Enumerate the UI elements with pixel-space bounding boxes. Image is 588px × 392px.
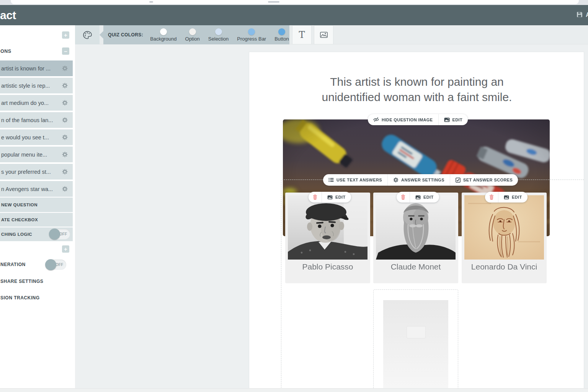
question-settings-icon[interactable] [62,134,68,140]
edit-answer-button[interactable]: EDIT [410,192,439,203]
expand-results-button[interactable]: + [62,245,69,253]
quiz-preview-card: This artist is known for painting an uni… [249,52,584,392]
hide-question-image-button[interactable]: HIDE QUESTION IMAGE [368,114,438,125]
branching-logic-toggle[interactable]: OFF [50,229,70,239]
activate-checkbox-button[interactable]: ATE CHECKBOX [0,213,73,227]
answer-settings-button[interactable]: ANSWER SETTINGS [387,174,450,186]
save-icon[interactable] [577,11,583,18]
quiz-colors-label: QUIZ COLORS: [108,32,143,38]
app-screen: act A + ONS – artist is known for ... ar… [0,0,588,392]
question-item-2[interactable]: artistic style is rep... [0,78,73,93]
delete-answer-button[interactable] [309,192,322,203]
image-tool-button[interactable] [314,25,333,44]
color-swatches: Background Option Selection Progress Bar… [150,28,289,42]
lead-generation-label: NERATION [0,262,26,267]
quiz-colors-panel: QUIZ COLORS: Background Option Selection… [103,25,289,44]
button-color-dot[interactable] [278,28,285,35]
add-answer-placeholder[interactable] [373,289,458,392]
answer-edit-pill-3: EDIT [485,192,528,203]
branching-logic-row[interactable]: CHING LOGIC OFF [0,227,73,241]
trash-icon [313,194,317,200]
question-item-1[interactable]: artist is known for ... [0,60,73,76]
list-icon [328,178,334,182]
answer-edit-pill-2: EDIT [397,192,439,203]
browser-text-fragment [268,1,279,3]
swatch-button[interactable]: Button [274,28,289,42]
question-item-7[interactable]: s your preferred st... [0,164,73,180]
horizontal-scrollbar[interactable] [0,388,588,392]
answer-card-pablo-picasso[interactable]: Pablo Picasso [285,193,370,283]
selection-color-dot[interactable] [215,28,222,35]
edit-answer-button[interactable]: EDIT [498,192,528,203]
use-text-answers-button[interactable]: USE TEXT ANSWERS [323,174,387,186]
design-toolbar: QUIZ COLORS: Background Option Selection… [75,25,588,44]
question-item-4[interactable]: n of the famous lan... [0,112,73,128]
question-item-6[interactable]: popular menu ite... [0,147,73,162]
question-settings-icon[interactable] [62,83,68,88]
image-icon [415,195,421,199]
answers-toolbar-pill: USE TEXT ANSWERS ANSWER SETTINGS SET ANS… [323,174,518,186]
question-title[interactable]: This artist is known for painting an uni… [283,74,551,105]
answer-image-leonardo-da-vinci[interactable] [464,195,544,260]
option-color-dot[interactable] [189,28,196,35]
monet-photo [376,195,456,260]
quiz-canvas: This artist is known for painting an uni… [75,44,588,388]
omnibox-fragment [11,0,579,4]
gear-icon [393,177,399,183]
question-item-8[interactable]: n Avengers star wa... [0,181,73,197]
expand-section-button[interactable]: + [62,31,69,39]
questions-section-header: ONS [0,49,11,54]
answer-image-pablo-picasso[interactable] [288,195,368,260]
answer-label: Pablo Picasso [285,262,370,271]
placeholder-button-fragment [407,326,426,338]
conversion-tracking-link[interactable]: SION TRACKING [0,295,40,301]
question-settings-icon[interactable] [62,152,68,157]
answer-card-claude-monet[interactable]: Claude Monet [373,193,458,283]
answer-label: Leonardo Da Vinci [462,262,547,271]
question-item-3[interactable]: art medium do yo... [0,95,73,111]
background-color-dot[interactable] [160,28,167,35]
question-item-5[interactable]: e would you see t... [0,129,73,145]
placeholder-image-area [383,300,448,392]
answer-image-claude-monet[interactable] [376,195,456,260]
answer-card-leonardo-da-vinci[interactable]: Leonardo Da Vinci [462,193,547,283]
lead-generation-toggle[interactable]: OFF [46,260,66,270]
text-tool-button[interactable]: T [292,25,312,44]
app-header: act A [0,5,588,25]
question-settings-icon[interactable] [62,100,68,106]
image-tool-icon [320,32,328,38]
collapse-questions-button[interactable]: – [62,47,69,55]
eye-off-icon [373,117,379,122]
question-settings-icon[interactable] [62,186,68,192]
trash-icon [489,194,494,200]
edit-answer-button[interactable]: EDIT [322,192,351,203]
da-vinci-sketch [464,195,544,260]
app-logo: act [0,9,16,22]
question-settings-icon[interactable] [62,117,68,123]
answer-label: Claude Monet [373,262,458,271]
checkbox-icon [456,178,461,183]
image-icon [327,195,333,199]
sidebar: + ONS – artist is known for ... artistic… [0,25,75,388]
swatch-background[interactable]: Background [150,28,176,42]
delete-answer-button[interactable] [485,192,498,203]
browser-chrome-strip [0,0,588,5]
question-image-pill: HIDE QUESTION IMAGE EDIT [368,114,468,125]
palette-tool[interactable] [75,25,100,44]
share-settings-link[interactable]: SHARE SETTINGS [0,279,43,284]
question-settings-icon[interactable] [62,65,68,71]
trash-icon [401,194,405,200]
add-new-question-button[interactable]: NEW QUESTION [0,198,73,212]
progress-bar-color-dot[interactable] [248,28,255,35]
palette-icon [83,31,92,39]
delete-answer-button[interactable] [397,192,410,203]
question-settings-icon[interactable] [62,169,68,175]
set-answer-scores-button[interactable]: SET ANSWER SCORES [450,174,518,186]
swatch-option[interactable]: Option [185,28,200,42]
image-icon [504,195,509,199]
text-tool-icon: T [299,29,305,40]
edit-question-image-button[interactable]: EDIT [438,114,468,125]
swatch-progress-bar[interactable]: Progress Bar [237,28,266,42]
swatch-selection[interactable]: Selection [208,28,229,42]
header-partial-text: A [586,11,588,20]
